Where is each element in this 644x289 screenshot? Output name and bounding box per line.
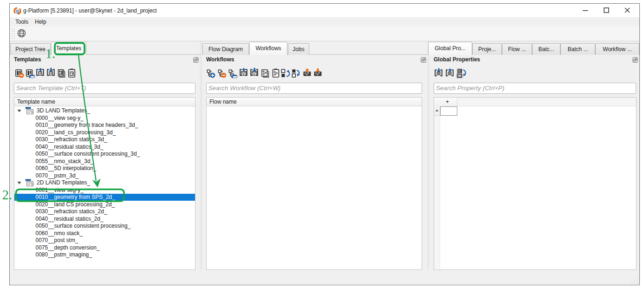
svg-text:1.: 1. — [46, 46, 56, 61]
svg-text:2.: 2. — [2, 187, 13, 202]
